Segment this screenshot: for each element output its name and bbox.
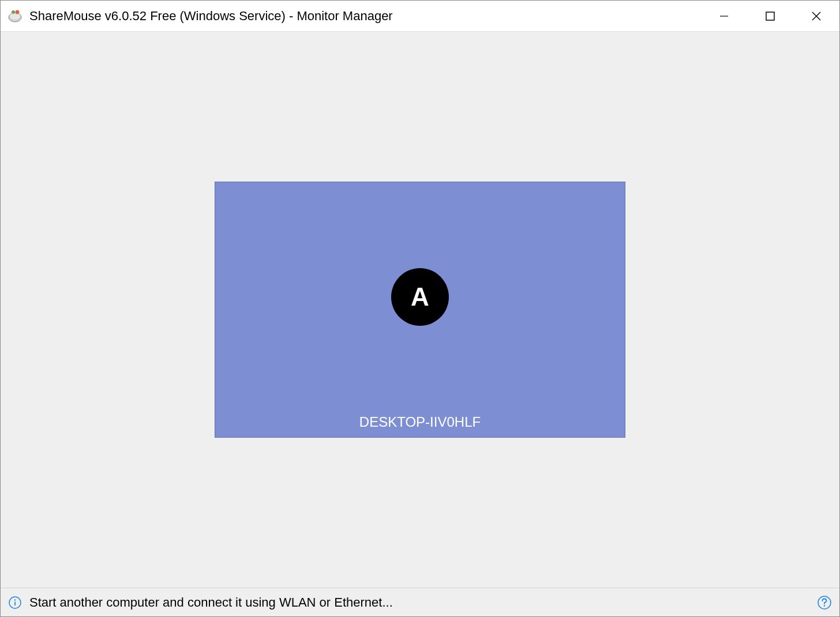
help-icon[interactable] [817,596,831,610]
app-icon [7,9,22,24]
svg-point-12 [824,605,825,606]
monitor-computer-name: DESKTOP-IIV0HLF [215,414,625,430]
close-button[interactable] [793,1,839,31]
info-icon [9,596,21,609]
close-icon [811,10,822,22]
minimize-icon [719,11,729,21]
monitor-a[interactable]: A DESKTOP-IIV0HLF [215,182,625,438]
svg-point-2 [12,10,15,14]
app-window: ShareMouse v6.0.52 Free (Windows Service… [0,0,840,617]
status-text: Start another computer and connect it us… [29,595,817,610]
svg-point-9 [14,599,16,600]
window-controls [701,1,839,31]
statusbar: Start another computer and connect it us… [1,588,839,616]
window-title: ShareMouse v6.0.52 Free (Windows Service… [29,9,701,24]
monitor-layout-area[interactable]: A DESKTOP-IIV0HLF [1,32,839,588]
svg-point-3 [16,10,20,14]
svg-rect-5 [766,12,774,20]
monitor-label: A [411,283,429,311]
svg-point-1 [10,13,20,20]
titlebar: ShareMouse v6.0.52 Free (Windows Service… [1,1,839,32]
maximize-icon [765,11,775,21]
monitor-badge: A [391,268,449,326]
maximize-button[interactable] [747,1,793,31]
minimize-button[interactable] [701,1,747,31]
